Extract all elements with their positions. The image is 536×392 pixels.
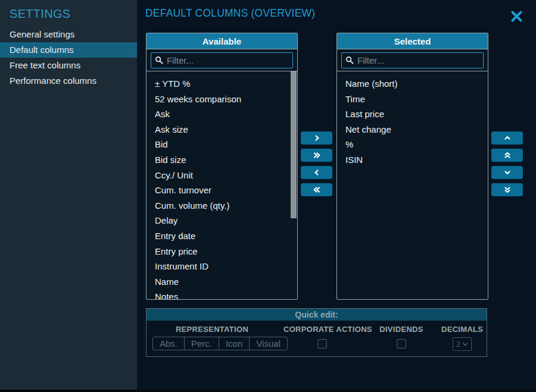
available-list-item[interactable]: Entry price [147, 244, 297, 259]
selected-list-item[interactable]: ISIN [337, 152, 488, 168]
selected-panel-header: Selected [337, 33, 488, 49]
representation-segmented-control: Abs.Perc.IconVisual [152, 337, 288, 350]
selected-list: Name (short)TimeLast priceNet change%ISI… [337, 71, 488, 299]
selected-list-item[interactable]: Last price [337, 106, 488, 122]
available-list-item[interactable]: Ask [147, 106, 297, 122]
representation-option-perc[interactable]: Perc. [185, 337, 219, 350]
main-panel: DEFAULT COLUMNS (OVERVIEW) Available ± Y… [137, 0, 536, 390]
close-button[interactable] [509, 9, 523, 23]
representation-label: REPRESENTATION [152, 325, 272, 334]
available-filter-input[interactable] [151, 52, 293, 68]
selected-list-item[interactable]: % [337, 137, 488, 152]
available-list: ± YTD %52 weeks comparisonAskAsk sizeBid… [147, 71, 297, 299]
available-list-item[interactable]: Delay [147, 213, 297, 228]
move-all-left-button[interactable] [301, 183, 332, 196]
available-filter-row [147, 49, 297, 71]
chevron-left-icon [313, 168, 321, 177]
representation-option-icon[interactable]: Icon [219, 337, 250, 350]
page-title: DEFAULT COLUMNS (OVERVIEW) [145, 7, 315, 20]
corporate-actions-checkbox[interactable] [317, 339, 327, 349]
decimals-label: DECIMALS [441, 325, 483, 334]
sidebar-item-performance-columns[interactable]: Performance columns [0, 73, 137, 89]
double-chevron-up-icon [503, 151, 512, 159]
available-list-item[interactable]: Instrument ID [147, 259, 297, 274]
available-list-item[interactable]: Ask size [147, 122, 297, 137]
close-icon [510, 10, 523, 23]
reorder-buttons [491, 131, 523, 200]
sidebar-nav: General settingsDefault columnsFree text… [0, 27, 137, 89]
settings-window: SETTINGS General settingsDefault columns… [0, 0, 536, 392]
move-top-button[interactable] [491, 149, 523, 162]
selected-filter-input[interactable] [341, 52, 484, 68]
available-list-item[interactable]: Cum. volume (qty.) [147, 198, 297, 214]
chevron-up-icon [503, 134, 512, 142]
move-right-button[interactable] [301, 131, 332, 145]
decimals-group: DECIMALS 2 [441, 321, 483, 351]
available-list-item[interactable]: Bid [147, 137, 297, 152]
corporate-actions-group: CORPORATE ACTIONS [283, 321, 361, 349]
quick-edit-panel: Quick edit: REPRESENTATION Abs.Perc.Icon… [146, 308, 487, 357]
sidebar-title: SETTINGS [0, 0, 137, 21]
selected-list-item[interactable]: Net change [337, 122, 488, 137]
double-chevron-down-icon [503, 186, 512, 194]
available-list-item[interactable]: 52 weeks comparison [147, 92, 297, 107]
decimals-value: 2 [456, 340, 460, 349]
dividends-group: DIVIDENDS [366, 321, 437, 349]
available-scrollbar-thumb[interactable] [291, 71, 297, 218]
corporate-actions-label: CORPORATE ACTIONS [283, 325, 361, 334]
quick-edit-title: Quick edit: [147, 309, 487, 321]
available-list-item[interactable]: Notes [147, 289, 297, 299]
dividends-label: DIVIDENDS [366, 325, 437, 334]
chevron-down-icon [462, 342, 468, 347]
available-list-item[interactable]: Entry date [147, 228, 297, 244]
available-list-item[interactable]: Bid size [147, 152, 297, 168]
selected-list-item[interactable]: Name (short) [337, 76, 488, 92]
move-bottom-button[interactable] [491, 183, 523, 196]
chevron-right-icon [313, 134, 321, 142]
sidebar-item-default-columns[interactable]: Default columns [0, 42, 137, 58]
double-chevron-left-icon [313, 186, 321, 194]
available-list-item[interactable]: ± YTD % [147, 76, 297, 92]
available-scrollbar[interactable] [291, 71, 297, 299]
representation-option-visual[interactable]: Visual [250, 337, 287, 350]
transfer-buttons [301, 131, 332, 200]
chevron-down-icon [503, 168, 512, 177]
move-up-button[interactable] [491, 131, 523, 145]
available-list-item[interactable]: Name [147, 274, 297, 290]
selected-list-item[interactable]: Time [337, 92, 488, 107]
available-list-item[interactable]: Cum. turnover [147, 183, 297, 198]
available-panel-header: Available [147, 33, 297, 49]
move-down-button[interactable] [491, 166, 523, 179]
selected-panel: Selected Name (short)TimeLast priceNet c… [336, 33, 488, 300]
move-all-right-button[interactable] [301, 149, 332, 162]
sidebar-item-general-settings[interactable]: General settings [0, 27, 137, 42]
double-chevron-right-icon [313, 151, 321, 159]
dividends-checkbox[interactable] [397, 339, 406, 349]
representation-option-abs[interactable]: Abs. [153, 337, 185, 350]
representation-group: REPRESENTATION Abs.Perc.IconVisual [152, 321, 272, 350]
window-bottom-edge [0, 390, 536, 392]
selected-filter-row [337, 49, 488, 71]
decimals-dropdown[interactable]: 2 [453, 337, 472, 351]
sidebar-item-free-text-columns[interactable]: Free text columns [0, 58, 137, 73]
sidebar: SETTINGS General settingsDefault columns… [0, 0, 137, 390]
available-panel: Available ± YTD %52 weeks comparisonAskA… [146, 33, 298, 300]
move-left-button[interactable] [301, 166, 332, 179]
available-list-item[interactable]: Ccy./ Unit [147, 168, 297, 183]
